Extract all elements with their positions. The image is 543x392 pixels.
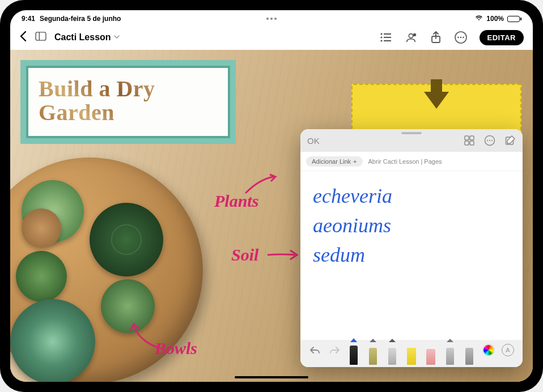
quick-note-window[interactable]: OK Adicionar L (300, 129, 523, 367)
annotation-bowls: Bowls (155, 339, 197, 358)
svg-point-6 (380, 40, 382, 41)
pencil-tool[interactable] (367, 342, 379, 365)
note-line-1: echeveria (313, 181, 510, 211)
svg-rect-18 (470, 141, 474, 145)
svg-rect-16 (470, 136, 474, 140)
open-link-button[interactable]: Abrir Cacti Lesson | Pages (368, 158, 442, 165)
text-tool-button[interactable]: A (502, 344, 514, 356)
collaborate-icon[interactable] (405, 31, 417, 44)
edit-button[interactable]: EDITAR (480, 30, 524, 45)
add-link-button[interactable]: Adicionar Link + (306, 156, 363, 167)
color-picker-button[interactable] (482, 344, 495, 356)
plus-icon: + (353, 158, 357, 165)
note-more-icon[interactable] (484, 135, 495, 146)
gallery-view-icon[interactable] (464, 135, 475, 146)
svg-point-13 (460, 37, 461, 39)
svg-point-22 (491, 140, 493, 141)
chevron-down-icon (113, 34, 120, 41)
compose-icon[interactable] (504, 135, 516, 146)
svg-rect-15 (465, 136, 469, 140)
status-time: 9:41 (22, 15, 35, 23)
pen-tool[interactable] (347, 342, 360, 365)
quick-note-body[interactable]: echeveria aeoniums sedum (300, 171, 523, 340)
svg-point-4 (380, 36, 382, 38)
svg-point-21 (489, 140, 490, 141)
arrow-soil-icon (266, 247, 300, 264)
annotation-soil: Soil (231, 245, 258, 265)
status-bar: 9:41 Segunda-feira 5 de junho 100% (10, 12, 533, 25)
svg-point-2 (380, 33, 382, 35)
outline-icon[interactable] (380, 31, 392, 44)
note-line-2: aeoniums (313, 211, 510, 240)
svg-point-8 (409, 34, 413, 38)
sidebar-toggle-icon[interactable] (35, 32, 46, 43)
multitask-dots[interactable] (266, 18, 277, 20)
home-indicator[interactable] (235, 376, 308, 378)
screen: 9:41 Segunda-feira 5 de junho 100% (10, 10, 533, 382)
battery-icon (507, 16, 521, 22)
annotation-plants: Plants (214, 191, 258, 211)
document-title-text: Cacti Lesson (54, 32, 111, 42)
wifi-icon (475, 15, 483, 23)
svg-point-14 (463, 37, 464, 39)
back-button[interactable] (19, 31, 27, 45)
eraser-tool[interactable] (425, 342, 437, 365)
document-title-button[interactable]: Cacti Lesson (54, 32, 120, 42)
battery-percent: 100% (486, 15, 504, 23)
small-pot-image (22, 208, 61, 248)
brush-tool[interactable] (386, 342, 398, 365)
app-toolbar: Cacti Lesson EDITA (10, 25, 533, 50)
quick-note-linkbar: Adicionar Link + Abrir Cacti Lesson | Pa… (300, 152, 523, 171)
ipad-frame: 9:41 Segunda-feira 5 de junho 100% (0, 0, 543, 392)
quick-note-ok-button[interactable]: OK (307, 136, 320, 146)
markup-toolbar: A (300, 340, 523, 367)
svg-point-12 (457, 37, 459, 39)
note-line-3: sedum (313, 240, 510, 270)
more-icon[interactable] (455, 31, 467, 44)
highlighter-tool[interactable] (405, 342, 418, 365)
svg-point-9 (413, 33, 416, 36)
svg-point-20 (487, 140, 488, 141)
slide-title-text: Build a Dry Garden (39, 77, 218, 125)
svg-rect-0 (36, 32, 46, 40)
ruler-tool[interactable] (463, 342, 476, 365)
undo-button[interactable] (309, 344, 321, 356)
svg-rect-17 (465, 141, 469, 145)
slide-title-card[interactable]: Build a Dry Garden (20, 60, 236, 144)
redo-button[interactable] (328, 344, 341, 356)
status-date: Segunda-feira 5 de junho (40, 15, 121, 23)
down-arrow-icon (424, 92, 449, 109)
drag-handle[interactable] (401, 132, 422, 134)
document-canvas[interactable]: Build a Dry Garden Plants Soil Bowls (10, 50, 533, 382)
quick-note-header[interactable]: OK (300, 129, 523, 152)
lasso-tool[interactable] (444, 342, 456, 365)
share-icon[interactable] (430, 31, 442, 44)
